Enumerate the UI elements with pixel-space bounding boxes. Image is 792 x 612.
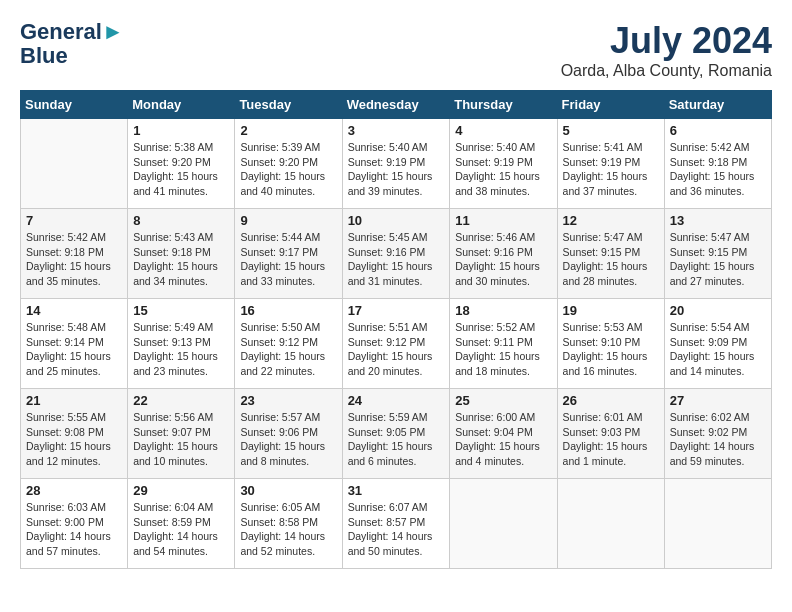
day-info: Sunrise: 6:05 AM Sunset: 8:58 PM Dayligh… <box>240 500 336 559</box>
day-info: Sunrise: 5:57 AM Sunset: 9:06 PM Dayligh… <box>240 410 336 469</box>
calendar-cell: 27Sunrise: 6:02 AM Sunset: 9:02 PM Dayli… <box>664 389 771 479</box>
day-info: Sunrise: 5:40 AM Sunset: 9:19 PM Dayligh… <box>348 140 445 199</box>
calendar-cell: 5Sunrise: 5:41 AM Sunset: 9:19 PM Daylig… <box>557 119 664 209</box>
day-number: 15 <box>133 303 229 318</box>
day-info: Sunrise: 5:45 AM Sunset: 9:16 PM Dayligh… <box>348 230 445 289</box>
day-info: Sunrise: 5:43 AM Sunset: 9:18 PM Dayligh… <box>133 230 229 289</box>
day-number: 31 <box>348 483 445 498</box>
calendar-week-row: 7Sunrise: 5:42 AM Sunset: 9:18 PM Daylig… <box>21 209 772 299</box>
calendar-cell: 23Sunrise: 5:57 AM Sunset: 9:06 PM Dayli… <box>235 389 342 479</box>
day-info: Sunrise: 5:42 AM Sunset: 9:18 PM Dayligh… <box>670 140 766 199</box>
day-info: Sunrise: 5:41 AM Sunset: 9:19 PM Dayligh… <box>563 140 659 199</box>
calendar-cell: 18Sunrise: 5:52 AM Sunset: 9:11 PM Dayli… <box>450 299 557 389</box>
day-info: Sunrise: 5:40 AM Sunset: 9:19 PM Dayligh… <box>455 140 551 199</box>
day-info: Sunrise: 5:38 AM Sunset: 9:20 PM Dayligh… <box>133 140 229 199</box>
day-number: 24 <box>348 393 445 408</box>
day-number: 16 <box>240 303 336 318</box>
calendar-cell: 13Sunrise: 5:47 AM Sunset: 9:15 PM Dayli… <box>664 209 771 299</box>
calendar-header-row: SundayMondayTuesdayWednesdayThursdayFrid… <box>21 91 772 119</box>
calendar-cell: 17Sunrise: 5:51 AM Sunset: 9:12 PM Dayli… <box>342 299 450 389</box>
day-info: Sunrise: 5:50 AM Sunset: 9:12 PM Dayligh… <box>240 320 336 379</box>
title-section: July 2024 Oarda, Alba County, Romania <box>561 20 772 80</box>
day-number: 1 <box>133 123 229 138</box>
day-number: 14 <box>26 303 122 318</box>
calendar-cell: 19Sunrise: 5:53 AM Sunset: 9:10 PM Dayli… <box>557 299 664 389</box>
day-number: 3 <box>348 123 445 138</box>
day-number: 22 <box>133 393 229 408</box>
calendar-cell: 31Sunrise: 6:07 AM Sunset: 8:57 PM Dayli… <box>342 479 450 569</box>
calendar-cell: 4Sunrise: 5:40 AM Sunset: 9:19 PM Daylig… <box>450 119 557 209</box>
calendar-day-header: Wednesday <box>342 91 450 119</box>
calendar-cell: 28Sunrise: 6:03 AM Sunset: 9:00 PM Dayli… <box>21 479 128 569</box>
day-info: Sunrise: 5:56 AM Sunset: 9:07 PM Dayligh… <box>133 410 229 469</box>
day-info: Sunrise: 5:54 AM Sunset: 9:09 PM Dayligh… <box>670 320 766 379</box>
calendar-cell: 3Sunrise: 5:40 AM Sunset: 9:19 PM Daylig… <box>342 119 450 209</box>
day-number: 25 <box>455 393 551 408</box>
day-number: 5 <box>563 123 659 138</box>
calendar-week-row: 21Sunrise: 5:55 AM Sunset: 9:08 PM Dayli… <box>21 389 772 479</box>
day-info: Sunrise: 5:46 AM Sunset: 9:16 PM Dayligh… <box>455 230 551 289</box>
calendar-cell: 21Sunrise: 5:55 AM Sunset: 9:08 PM Dayli… <box>21 389 128 479</box>
day-info: Sunrise: 6:00 AM Sunset: 9:04 PM Dayligh… <box>455 410 551 469</box>
calendar-table: SundayMondayTuesdayWednesdayThursdayFrid… <box>20 90 772 569</box>
day-number: 2 <box>240 123 336 138</box>
calendar-cell: 22Sunrise: 5:56 AM Sunset: 9:07 PM Dayli… <box>128 389 235 479</box>
calendar-cell: 6Sunrise: 5:42 AM Sunset: 9:18 PM Daylig… <box>664 119 771 209</box>
day-info: Sunrise: 5:47 AM Sunset: 9:15 PM Dayligh… <box>670 230 766 289</box>
day-info: Sunrise: 5:51 AM Sunset: 9:12 PM Dayligh… <box>348 320 445 379</box>
day-number: 11 <box>455 213 551 228</box>
calendar-cell: 15Sunrise: 5:49 AM Sunset: 9:13 PM Dayli… <box>128 299 235 389</box>
day-number: 9 <box>240 213 336 228</box>
calendar-week-row: 1Sunrise: 5:38 AM Sunset: 9:20 PM Daylig… <box>21 119 772 209</box>
day-info: Sunrise: 6:03 AM Sunset: 9:00 PM Dayligh… <box>26 500 122 559</box>
day-number: 23 <box>240 393 336 408</box>
calendar-cell: 11Sunrise: 5:46 AM Sunset: 9:16 PM Dayli… <box>450 209 557 299</box>
calendar-day-header: Friday <box>557 91 664 119</box>
calendar-cell: 1Sunrise: 5:38 AM Sunset: 9:20 PM Daylig… <box>128 119 235 209</box>
day-info: Sunrise: 5:55 AM Sunset: 9:08 PM Dayligh… <box>26 410 122 469</box>
calendar-day-header: Monday <box>128 91 235 119</box>
calendar-cell: 8Sunrise: 5:43 AM Sunset: 9:18 PM Daylig… <box>128 209 235 299</box>
day-number: 13 <box>670 213 766 228</box>
calendar-week-row: 28Sunrise: 6:03 AM Sunset: 9:00 PM Dayli… <box>21 479 772 569</box>
calendar-cell <box>21 119 128 209</box>
calendar-day-header: Tuesday <box>235 91 342 119</box>
logo-text: General►Blue <box>20 20 124 68</box>
day-info: Sunrise: 5:53 AM Sunset: 9:10 PM Dayligh… <box>563 320 659 379</box>
calendar-cell: 12Sunrise: 5:47 AM Sunset: 9:15 PM Dayli… <box>557 209 664 299</box>
day-info: Sunrise: 5:42 AM Sunset: 9:18 PM Dayligh… <box>26 230 122 289</box>
calendar-day-header: Saturday <box>664 91 771 119</box>
day-info: Sunrise: 5:47 AM Sunset: 9:15 PM Dayligh… <box>563 230 659 289</box>
day-number: 21 <box>26 393 122 408</box>
calendar-cell: 2Sunrise: 5:39 AM Sunset: 9:20 PM Daylig… <box>235 119 342 209</box>
day-number: 10 <box>348 213 445 228</box>
day-number: 26 <box>563 393 659 408</box>
day-number: 30 <box>240 483 336 498</box>
day-info: Sunrise: 6:02 AM Sunset: 9:02 PM Dayligh… <box>670 410 766 469</box>
day-number: 28 <box>26 483 122 498</box>
calendar-cell: 29Sunrise: 6:04 AM Sunset: 8:59 PM Dayli… <box>128 479 235 569</box>
calendar-day-header: Sunday <box>21 91 128 119</box>
calendar-cell: 9Sunrise: 5:44 AM Sunset: 9:17 PM Daylig… <box>235 209 342 299</box>
day-number: 8 <box>133 213 229 228</box>
page-header: General►Blue July 2024 Oarda, Alba Count… <box>20 20 772 80</box>
calendar-cell <box>450 479 557 569</box>
calendar-cell: 10Sunrise: 5:45 AM Sunset: 9:16 PM Dayli… <box>342 209 450 299</box>
calendar-day-header: Thursday <box>450 91 557 119</box>
day-number: 7 <box>26 213 122 228</box>
day-number: 4 <box>455 123 551 138</box>
day-number: 19 <box>563 303 659 318</box>
calendar-cell <box>664 479 771 569</box>
calendar-cell: 26Sunrise: 6:01 AM Sunset: 9:03 PM Dayli… <box>557 389 664 479</box>
calendar-week-row: 14Sunrise: 5:48 AM Sunset: 9:14 PM Dayli… <box>21 299 772 389</box>
day-info: Sunrise: 5:39 AM Sunset: 9:20 PM Dayligh… <box>240 140 336 199</box>
calendar-cell: 24Sunrise: 5:59 AM Sunset: 9:05 PM Dayli… <box>342 389 450 479</box>
day-info: Sunrise: 6:01 AM Sunset: 9:03 PM Dayligh… <box>563 410 659 469</box>
calendar-cell: 25Sunrise: 6:00 AM Sunset: 9:04 PM Dayli… <box>450 389 557 479</box>
logo: General►Blue <box>20 20 124 68</box>
day-number: 27 <box>670 393 766 408</box>
day-info: Sunrise: 6:04 AM Sunset: 8:59 PM Dayligh… <box>133 500 229 559</box>
day-number: 29 <box>133 483 229 498</box>
day-number: 17 <box>348 303 445 318</box>
day-info: Sunrise: 5:48 AM Sunset: 9:14 PM Dayligh… <box>26 320 122 379</box>
